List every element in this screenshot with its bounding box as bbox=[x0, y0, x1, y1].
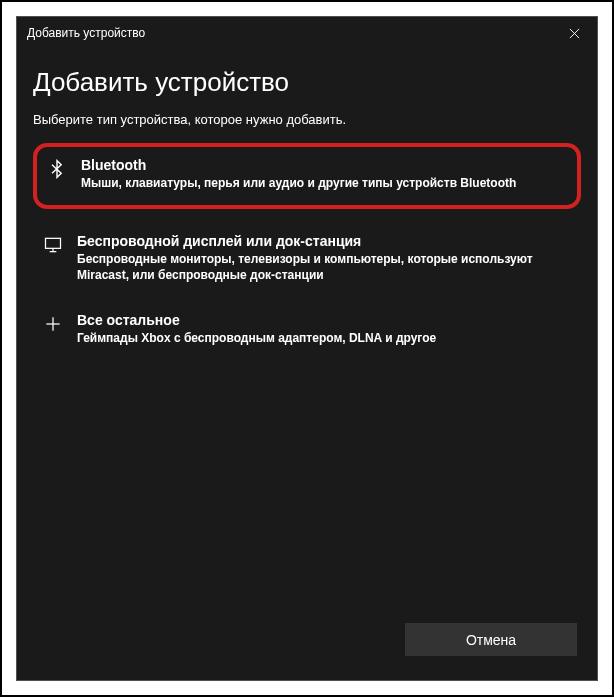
close-button[interactable] bbox=[551, 17, 597, 49]
option-wireless-title: Беспроводной дисплей или док-станция bbox=[77, 233, 575, 249]
option-other-title: Все остальное bbox=[77, 312, 575, 328]
dialog-content: Добавить устройство Выберите тип устройс… bbox=[17, 49, 597, 680]
dialog-window: Добавить устройство Добавить устройство … bbox=[16, 16, 598, 681]
option-bluetooth-text: Bluetooth Мыши, клавиатуры, перья или ау… bbox=[81, 157, 571, 191]
window-title: Добавить устройство bbox=[27, 26, 145, 40]
option-wireless-display[interactable]: Беспроводной дисплей или док-станция Бес… bbox=[33, 223, 581, 293]
plus-icon bbox=[39, 312, 67, 334]
spacer bbox=[33, 356, 581, 617]
option-everything-else[interactable]: Все остальное Геймпады Xbox с беспроводн… bbox=[33, 302, 581, 356]
option-wireless-text: Беспроводной дисплей или док-станция Бес… bbox=[77, 233, 575, 283]
close-icon bbox=[569, 28, 580, 39]
option-wireless-desc: Беспроводные мониторы, телевизоры и комп… bbox=[77, 251, 575, 283]
option-bluetooth-desc: Мыши, клавиатуры, перья или аудио и друг… bbox=[81, 175, 571, 191]
bluetooth-icon bbox=[43, 157, 71, 179]
option-other-desc: Геймпады Xbox с беспроводным адаптером, … bbox=[77, 330, 575, 346]
option-bluetooth[interactable]: Bluetooth Мыши, клавиатуры, перья или ау… bbox=[33, 143, 581, 209]
dialog-footer: Отмена bbox=[33, 617, 581, 660]
cancel-button[interactable]: Отмена bbox=[405, 623, 577, 656]
page-subheading: Выберите тип устройства, которое нужно д… bbox=[33, 112, 581, 127]
svg-rect-2 bbox=[46, 239, 61, 249]
option-bluetooth-title: Bluetooth bbox=[81, 157, 571, 173]
monitor-icon bbox=[39, 233, 67, 255]
titlebar: Добавить устройство bbox=[17, 17, 597, 49]
page-heading: Добавить устройство bbox=[33, 67, 581, 98]
option-other-text: Все остальное Геймпады Xbox с беспроводн… bbox=[77, 312, 575, 346]
